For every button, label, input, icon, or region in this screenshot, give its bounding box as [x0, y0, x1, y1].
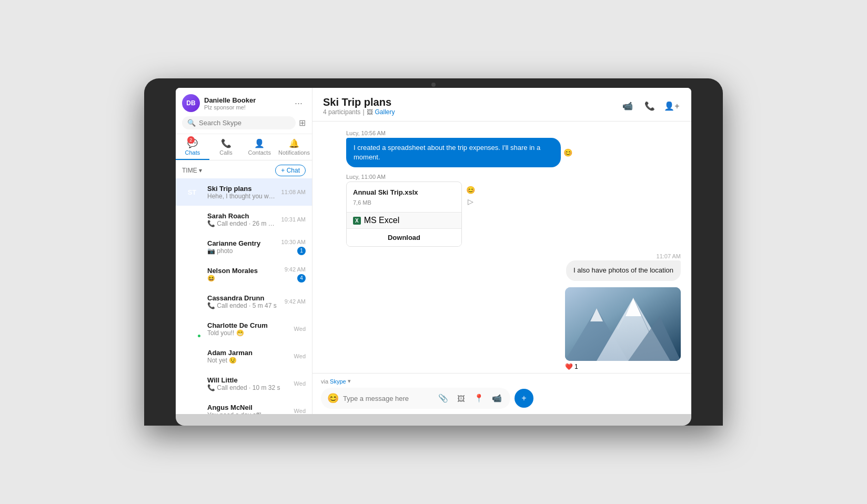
- audio-call-button[interactable]: 📞: [641, 97, 659, 115]
- laptop-camera: [431, 83, 436, 87]
- file-info: Annual Ski Trip.xslx 7,6 MB: [347, 182, 461, 212]
- heart-emoji: ❤️: [565, 363, 573, 370]
- message-row-self-photo: ❤️ 1: [323, 287, 681, 370]
- chat-item-angus-mcneil[interactable]: AM Angus McNeil You need a day off! Wed: [176, 397, 312, 414]
- via-skype-label: via Skype ▾: [321, 378, 683, 385]
- msg-sender-lucy2: Lucy, 11:00 AM: [346, 174, 475, 180]
- laptop-screen: DB Danielle Booker Plz sponsor me! ··· 🔍…: [176, 88, 691, 414]
- chat-item-ski-trip[interactable]: ST Ski Trip plans Hehe, I thought you wo…: [176, 178, 312, 206]
- msg-time-self: 11:07 AM: [566, 253, 681, 259]
- emoji-file-button[interactable]: 😊: [466, 186, 475, 194]
- chat-item-sarah-roach[interactable]: SR Sarah Roach 📞 Call ended · 26 m 23 s …: [176, 206, 312, 233]
- gallery-link[interactable]: Gallery: [375, 108, 395, 116]
- file-type-label: MS Excel: [364, 216, 400, 225]
- tab-chats[interactable]: 💬 Chats 2: [176, 134, 209, 160]
- chat-item-carianne-gentry[interactable]: CG Carianne Gentry 📷 photo 10:30 AM 1: [176, 233, 312, 260]
- chat-avatar: AJ: [182, 346, 202, 366]
- tab-contacts[interactable]: 👤 Contacts: [243, 134, 276, 160]
- chat-content: Sarah Roach 📞 Call ended · 26 m 23 s: [207, 212, 276, 227]
- chat-time: 10:30 AM: [281, 239, 306, 245]
- download-button[interactable]: Download: [347, 228, 461, 246]
- tab-notifications-label: Notifications: [278, 149, 310, 156]
- chat-avatar: NM: [182, 264, 202, 284]
- tab-notifications[interactable]: 🔔 Notifications: [276, 134, 312, 160]
- tab-calls[interactable]: 📞 Calls: [209, 134, 243, 160]
- msg-avatar-lucy: L: [323, 130, 341, 148]
- chevron-down-skype[interactable]: ▾: [348, 378, 351, 385]
- subtitle-separator: |: [362, 108, 364, 116]
- message-input[interactable]: [343, 395, 431, 402]
- chat-avatar-wrap: ST: [182, 182, 202, 202]
- grid-icon[interactable]: ⊞: [299, 118, 306, 128]
- chat-time: Wed: [294, 326, 306, 332]
- time-filter[interactable]: TIME ▾: [182, 167, 202, 174]
- emoji-react-button[interactable]: 😊: [563, 148, 572, 157]
- chat-avatar: SR: [182, 209, 202, 229]
- send-icon: +: [521, 394, 526, 403]
- chat-content: Adam Jarman Not yet 😟: [207, 349, 289, 364]
- chat-avatar-wrap: CC: [182, 319, 202, 339]
- file-msg-row: Annual Ski Trip.xslx 7,6 MB X MS Excel D…: [346, 182, 475, 247]
- chat-item-charlotte-de-crum[interactable]: CC Charlotte De Crum Told you!! 😁 Wed: [176, 315, 312, 342]
- online-dot: [197, 334, 201, 338]
- video-call-button[interactable]: 📹: [619, 97, 637, 115]
- chat-item-will-little[interactable]: WL Will Little 📞 Call ended · 10 m 32 s …: [176, 370, 312, 397]
- chat-item-nelson-morales[interactable]: NM Nelson Morales 😆 9:42 AM 4: [176, 260, 312, 288]
- chat-item-cassandra-drunn[interactable]: CD Cassandra Drunn 📞 Call ended · 5 m 47…: [176, 288, 312, 315]
- chat-content: Cassandra Drunn 📞 Call ended · 5 m 47 s: [207, 294, 279, 309]
- chats-badge: 2: [187, 136, 195, 144]
- contacts-icon: 👤: [254, 138, 265, 148]
- input-row: 😊 📎 🖼 📍 📹: [321, 388, 510, 409]
- send-button[interactable]: +: [515, 389, 533, 408]
- chat-preview: You need a day off!: [207, 411, 289, 415]
- msg-sender: Lucy, 10:56 AM: [346, 130, 561, 136]
- chat-avatar: CD: [182, 291, 202, 311]
- chat-name: Ski Trip plans: [207, 185, 276, 193]
- chat-name: Carianne Gentry: [207, 239, 276, 247]
- file-card: Annual Ski Trip.xslx 7,6 MB X MS Excel D…: [346, 182, 462, 247]
- tab-calls-label: Calls: [219, 149, 232, 156]
- chat-meta: Wed: [294, 408, 306, 414]
- tab-chats-label: Chats: [185, 149, 200, 156]
- add-participant-button[interactable]: 👤+: [663, 97, 681, 115]
- chat-name: Adam Jarman: [207, 349, 289, 357]
- attach-button[interactable]: 📎: [436, 391, 450, 406]
- time-filter-label: TIME: [182, 167, 197, 174]
- unread-badge: 1: [297, 247, 306, 255]
- chat-item-adam-jarman[interactable]: AJ Adam Jarman Not yet 😟 Wed: [176, 342, 312, 370]
- video-message-button[interactable]: 📹: [489, 391, 504, 406]
- emoji-button[interactable]: 😊: [327, 392, 339, 404]
- location-button[interactable]: 📍: [471, 391, 486, 406]
- chat-name: Sarah Roach: [207, 212, 276, 220]
- photo-message[interactable]: [565, 287, 681, 361]
- message-bubble: I created a spreadsheet about the trip e…: [346, 138, 561, 167]
- skype-link[interactable]: Skype: [330, 378, 346, 385]
- chat-meta: 9:42 AM 4: [285, 266, 306, 283]
- user-menu-button[interactable]: ···: [291, 97, 306, 110]
- input-wrapper: 😊 📎 🖼 📍 📹 +: [321, 388, 683, 409]
- chat-avatar: AM: [182, 401, 202, 414]
- new-chat-label: + Chat: [281, 167, 300, 174]
- image-button[interactable]: 🖼: [453, 391, 468, 406]
- message-row-lucy-file: L Lucy, 11:00 AM Annual Ski Trip.xslx 7,…: [323, 174, 681, 247]
- notifications-icon: 🔔: [289, 138, 299, 148]
- chat-time: Wed: [294, 353, 306, 359]
- new-chat-button[interactable]: + Chat: [275, 165, 306, 176]
- chat-meta: Wed: [294, 380, 306, 387]
- msg-bubble-wrap: I created a spreadsheet about the trip e…: [346, 138, 561, 167]
- person-add-icon: 👤+: [664, 101, 679, 111]
- chat-name: Cassandra Drunn: [207, 294, 279, 302]
- chat-time: 9:42 AM: [285, 266, 306, 273]
- file-name: Annual Ski Trip.xslx: [353, 188, 455, 196]
- chat-time: 11:08 AM: [281, 189, 306, 195]
- nav-tabs: 💬 Chats 2 📞 Calls 👤 Contacts 🔔 Notificat…: [176, 134, 312, 160]
- laptop-shell: DB Danielle Booker Plz sponsor me! ··· 🔍…: [144, 78, 723, 426]
- forward-file-button[interactable]: ▷: [466, 197, 475, 206]
- user-name: Danielle Booker: [204, 96, 256, 104]
- sidebar-header: DB Danielle Booker Plz sponsor me! ··· 🔍…: [176, 88, 312, 134]
- search-input[interactable]: [199, 119, 290, 127]
- user-row: DB Danielle Booker Plz sponsor me! ···: [182, 94, 306, 112]
- chat-avatar-wrap: CG: [182, 237, 202, 257]
- via-label: via: [321, 378, 328, 385]
- chat-content: Ski Trip plans Hehe, I thought you would…: [207, 185, 276, 200]
